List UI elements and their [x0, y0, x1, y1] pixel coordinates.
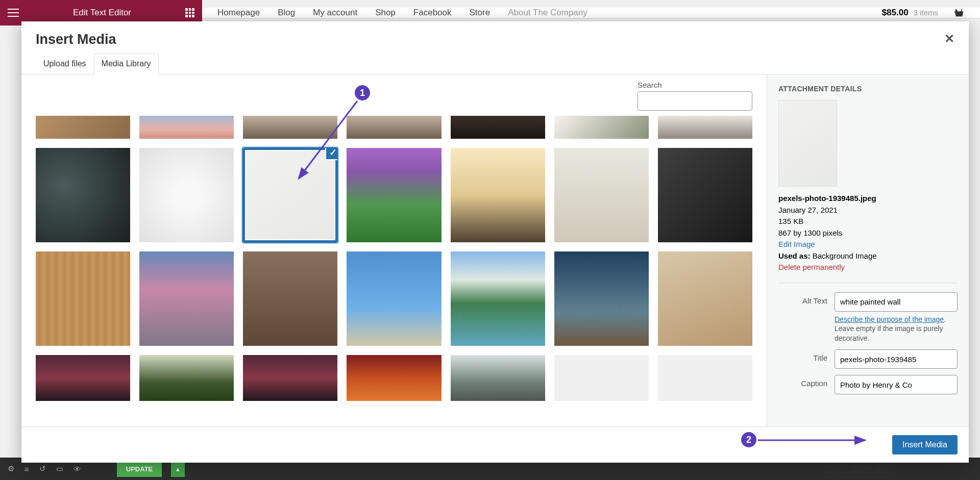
attachment-date: January 27, 2021	[778, 205, 958, 216]
insert-media-modal: Insert Media ✕ Upload files Media Librar…	[21, 21, 969, 463]
search-label: Search	[638, 81, 662, 89]
annotation-2-badge: 2	[740, 431, 757, 448]
media-thumb[interactable]	[451, 116, 545, 139]
modal-title: Insert Media	[36, 32, 116, 47]
media-thumb[interactable]	[451, 355, 545, 401]
modal-header: Insert Media ✕	[21, 21, 969, 47]
thumbnail-grid: ✓	[36, 116, 752, 401]
attachment-details-title: ATTACHMENT DETAILS	[778, 85, 958, 93]
nav-homepage[interactable]: Homepage	[217, 8, 260, 18]
attachment-form: Alt Text Describe the purpose of the ima…	[778, 283, 958, 395]
media-thumb-selected[interactable]: ✓	[243, 148, 337, 242]
alt-help-link[interactable]: Describe the purpose of the image	[835, 315, 944, 323]
media-thumb[interactable]	[36, 355, 130, 401]
site-nav: Homepage Blog My account Shop Facebook S…	[202, 8, 980, 18]
used-as-value: Background Image	[811, 251, 877, 260]
media-thumb[interactable]	[243, 116, 337, 139]
cart-price: $85.00	[882, 8, 909, 18]
delete-permanently-link[interactable]: Delete permanently	[778, 262, 958, 273]
tab-library[interactable]: Media Library	[94, 54, 159, 74]
preview-icon[interactable]: 👁	[74, 465, 81, 473]
media-thumb[interactable]	[347, 148, 441, 242]
history-icon[interactable]: ↺	[39, 464, 46, 473]
cart-count: 3 items	[914, 8, 938, 17]
editor-title: Edit Text Editor	[19, 8, 185, 18]
nav-store[interactable]: Store	[470, 8, 491, 18]
media-thumb[interactable]	[139, 116, 234, 139]
media-thumb[interactable]	[658, 251, 752, 346]
annotation-1-badge: 1	[354, 84, 371, 102]
media-thumb[interactable]	[658, 355, 752, 401]
close-icon[interactable]: ✕	[944, 32, 954, 46]
nav-account[interactable]: My account	[313, 8, 357, 18]
media-thumb[interactable]	[36, 116, 130, 139]
settings-icon[interactable]: ⚙	[8, 464, 14, 473]
tab-upload[interactable]: Upload files	[36, 54, 94, 74]
responsive-icon[interactable]: ▭	[56, 464, 63, 473]
alt-text-label: Alt Text	[778, 292, 835, 305]
media-thumb[interactable]	[451, 251, 545, 346]
grid-icon[interactable]	[185, 8, 194, 17]
title-label: Title	[778, 349, 835, 362]
media-thumb[interactable]	[347, 355, 441, 401]
nav-shop[interactable]: Shop	[375, 8, 396, 18]
alt-text-input[interactable]	[835, 292, 958, 312]
media-thumb[interactable]	[658, 116, 752, 139]
media-thumb[interactable]	[554, 251, 649, 346]
media-thumb[interactable]	[658, 148, 752, 242]
used-as-label: Used as:	[778, 251, 811, 260]
nav-about[interactable]: About The Company	[508, 8, 587, 18]
check-icon: ✓	[325, 148, 337, 160]
caption-input[interactable]	[835, 375, 958, 394]
library-area: Search ✓	[21, 74, 767, 426]
media-thumb[interactable]	[243, 251, 337, 346]
cart-summary[interactable]: $85.00 3 items	[882, 8, 965, 18]
attachment-preview	[778, 100, 837, 187]
media-thumb[interactable]	[554, 116, 649, 139]
attachment-filesize: 135 KB	[778, 216, 958, 228]
attachment-meta: pexels-photo-1939485.jpeg January 27, 20…	[778, 193, 958, 273]
nav-blog[interactable]: Blog	[278, 8, 295, 18]
media-thumb[interactable]	[139, 251, 234, 346]
media-thumb[interactable]	[139, 148, 234, 242]
media-thumb[interactable]	[347, 251, 441, 346]
attachment-sidebar: ATTACHMENT DETAILS pexels-photo-1939485.…	[767, 74, 969, 426]
edit-image-link[interactable]: Edit Image	[778, 239, 958, 250]
modal-footer: Insert Media	[21, 426, 969, 463]
attachment-filename: pexels-photo-1939485.jpeg	[778, 194, 876, 203]
attachment-dimensions: 867 by 1300 pixels	[778, 228, 958, 239]
caption-label: Caption	[778, 375, 835, 388]
media-tabs: Upload files Media Library	[21, 47, 969, 74]
title-input[interactable]	[835, 349, 958, 369]
media-thumb[interactable]	[451, 148, 545, 242]
update-button[interactable]: UPDATE	[117, 461, 162, 477]
nav-facebook[interactable]: Facebook	[413, 8, 452, 18]
media-thumb[interactable]	[36, 148, 130, 242]
bg-logo-text: Logo – 100% Wool	[824, 465, 893, 474]
search-input[interactable]	[638, 91, 752, 111]
media-thumb[interactable]	[36, 251, 130, 346]
thumbnail-scroll[interactable]: ✓	[21, 116, 767, 426]
media-thumb[interactable]	[554, 355, 649, 401]
update-dropdown[interactable]: ▴	[171, 461, 185, 477]
modal-body: Search ✓	[21, 74, 969, 426]
media-thumb[interactable]	[139, 355, 234, 401]
insert-media-button[interactable]: Insert Media	[892, 435, 958, 454]
media-thumb[interactable]	[347, 116, 441, 139]
alt-help: Describe the purpose of the image. Leave…	[835, 315, 958, 344]
media-thumb[interactable]	[243, 355, 337, 401]
media-thumb[interactable]	[554, 148, 649, 242]
basket-icon[interactable]	[953, 8, 965, 18]
hamburger-icon[interactable]	[8, 9, 19, 17]
search-bar: Search	[623, 74, 767, 116]
layers-icon[interactable]: ≡	[24, 465, 29, 473]
